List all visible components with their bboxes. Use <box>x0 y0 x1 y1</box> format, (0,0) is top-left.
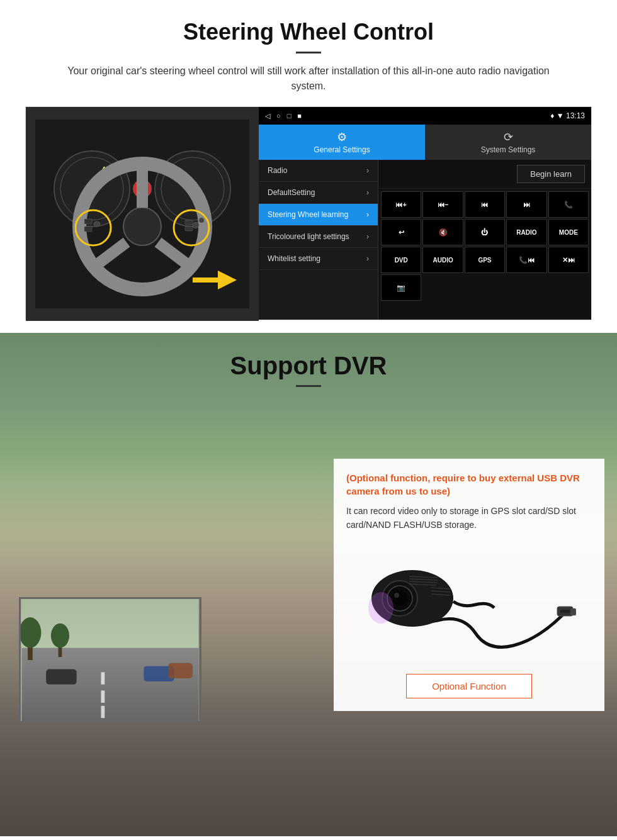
svg-point-42 <box>392 591 407 606</box>
steering-img-area <box>26 107 259 321</box>
menu-item-radio[interactable]: Radio › <box>259 160 378 182</box>
nav-home-icon[interactable]: ○ <box>276 112 281 120</box>
svg-rect-37 <box>560 610 570 613</box>
svg-point-43 <box>394 593 399 598</box>
svg-point-20 <box>193 222 199 228</box>
menu-item-steering[interactable]: Steering Wheel learning › <box>259 204 378 226</box>
ctrl-audio[interactable]: AUDIO <box>422 247 463 273</box>
menu-item-default[interactable]: DefaultSetting › <box>259 182 378 204</box>
steering-section: Steering Wheel Control Your original car… <box>0 0 617 333</box>
menu-item-whitelist[interactable]: Whitelist setting › <box>259 248 378 270</box>
tab-general[interactable]: ⚙ General Settings <box>259 125 425 160</box>
ctrl-next[interactable]: ⏭ <box>506 191 546 218</box>
svg-rect-25 <box>21 648 198 721</box>
svg-rect-28 <box>101 706 105 718</box>
ctrl-phone[interactable]: 📞 <box>548 191 589 218</box>
tab-general-label: General Settings <box>314 145 370 154</box>
signal-icon: ♦ ▼ <box>550 111 563 120</box>
chevron-right-icon: › <box>366 232 369 241</box>
ctrl-mode[interactable]: MODE <box>548 219 589 245</box>
menu-item-tricolour-label: Tricoloured light settings <box>268 232 349 241</box>
ctrl-dvd[interactable]: DVD <box>381 247 421 273</box>
begin-learn-button[interactable]: Begin learn <box>517 165 585 183</box>
status-bar: ◁ ○ □ ■ ♦ ▼ 13:13 <box>259 107 591 125</box>
ctrl-radio[interactable]: RADIO <box>506 219 546 245</box>
optional-function-button[interactable]: Optional Function <box>406 674 532 698</box>
steering-demo: ◁ ○ □ ■ ♦ ▼ 13:13 ⚙ General Settings ⟳ <box>25 106 592 320</box>
svg-rect-27 <box>101 691 105 703</box>
dvr-title-area: Support DVR <box>0 333 617 396</box>
nav-back-icon[interactable]: ◁ <box>265 112 270 120</box>
control-button-grid: ⏮+ ⏮− ⏮ ⏭ 📞 ↩ 🔇 ⏻ RADIO MODE DVD AUDIO <box>378 189 591 303</box>
svg-rect-38 <box>571 608 576 615</box>
svg-rect-29 <box>46 669 77 685</box>
steering-subtitle: Your original car's steering wheel contr… <box>50 64 567 94</box>
svg-rect-16 <box>84 227 92 232</box>
ctrl-vol-down[interactable]: ⏮− <box>422 191 463 218</box>
tab-system[interactable]: ⟳ System Settings <box>425 125 591 160</box>
clock: 13:13 <box>566 111 585 120</box>
svg-rect-26 <box>101 672 105 684</box>
dvr-info-card: (Optional function, require to buy exter… <box>334 459 604 711</box>
dvr-optional-text: (Optional function, require to buy exter… <box>346 471 592 498</box>
status-bar-time: ♦ ▼ 13:13 <box>550 111 585 120</box>
begin-learn-row: Begin learn <box>378 160 591 189</box>
svg-rect-19 <box>185 227 193 231</box>
dvr-desc-text: It can record video only to storage in G… <box>346 504 592 532</box>
dvr-section: Support DVR <box>0 333 617 836</box>
steering-title: Steering Wheel Control <box>25 19 592 45</box>
svg-rect-18 <box>185 220 193 225</box>
ctrl-phone-prev[interactable]: 📞⏮ <box>506 247 546 273</box>
chevron-right-icon: › <box>366 166 369 175</box>
svg-rect-15 <box>84 219 92 224</box>
ctrl-prev[interactable]: ⏮ <box>465 191 505 218</box>
system-icon: ⟳ <box>504 130 513 144</box>
ctrl-vol-up[interactable]: ⏮+ <box>381 191 421 218</box>
svg-rect-17 <box>94 221 100 227</box>
dvr-camera-area <box>346 545 592 674</box>
svg-point-21 <box>199 218 204 223</box>
ctrl-power[interactable]: ⏻ <box>465 219 505 245</box>
nav-recent-icon[interactable]: □ <box>287 112 292 120</box>
svg-point-51 <box>368 592 393 624</box>
dvr-screen-inner <box>21 599 200 721</box>
android-content: Radio › DefaultSetting › Steering Wheel … <box>259 160 591 320</box>
menu-item-tricolour[interactable]: Tricoloured light settings › <box>259 226 378 248</box>
right-panel: Begin learn ⏮+ ⏮− ⏮ ⏭ 📞 ↩ 🔇 ⏻ <box>378 160 591 320</box>
svg-rect-23 <box>193 277 219 283</box>
svg-rect-31 <box>168 663 193 678</box>
menu-item-radio-label: Radio <box>268 166 287 175</box>
ctrl-camera[interactable]: 📷 <box>381 274 421 301</box>
tab-bar: ⚙ General Settings ⟳ System Settings <box>259 125 591 160</box>
chevron-right-icon: › <box>366 254 369 263</box>
ctrl-phone-next[interactable]: ✕⏭ <box>548 247 589 273</box>
gear-icon: ⚙ <box>337 130 347 144</box>
title-divider <box>296 52 321 53</box>
dvr-title-divider <box>296 385 321 387</box>
tab-system-label: System Settings <box>481 145 536 154</box>
nav-menu-icon[interactable]: ■ <box>297 112 302 120</box>
android-panel: ◁ ○ □ ■ ♦ ▼ 13:13 ⚙ General Settings ⟳ <box>259 107 591 320</box>
status-bar-nav: ◁ ○ □ ■ <box>265 112 302 120</box>
svg-point-35 <box>51 624 69 648</box>
ctrl-hangup[interactable]: ↩ <box>381 219 421 245</box>
dvr-screen-inset <box>19 597 201 723</box>
menu-item-steering-label: Steering Wheel learning <box>268 210 348 219</box>
chevron-right-icon: › <box>366 210 369 219</box>
menu-item-default-label: DefaultSetting <box>268 188 315 197</box>
dvr-title: Support DVR <box>0 352 617 380</box>
ctrl-mute[interactable]: 🔇 <box>422 219 463 245</box>
left-menu: Radio › DefaultSetting › Steering Wheel … <box>259 160 378 320</box>
chevron-right-icon: › <box>366 188 369 197</box>
svg-point-9 <box>123 208 161 245</box>
ctrl-gps[interactable]: GPS <box>465 247 505 273</box>
menu-item-whitelist-label: Whitelist setting <box>268 254 320 263</box>
